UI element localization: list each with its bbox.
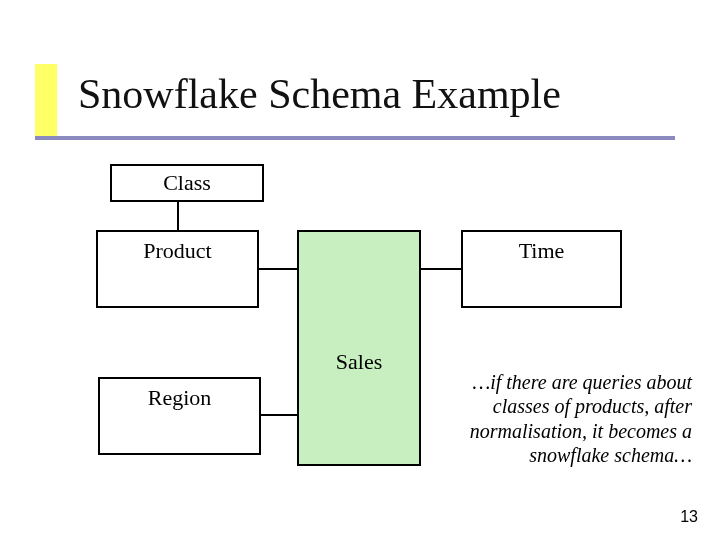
node-sales: Sales [297, 230, 421, 466]
node-time-label: Time [519, 238, 565, 264]
connector-sales-time [421, 268, 461, 270]
node-region: Region [98, 377, 261, 455]
node-class: Class [110, 164, 264, 202]
slide-title: Snowflake Schema Example [78, 70, 561, 118]
title-accent [35, 64, 57, 140]
node-sales-label: Sales [336, 349, 382, 375]
page-number: 13 [680, 508, 698, 526]
connector-product-sales [259, 268, 297, 270]
node-time: Time [461, 230, 622, 308]
annotation-text: …if there are queries about classes of p… [430, 370, 692, 468]
title-underline [35, 136, 675, 140]
slide: Snowflake Schema Example Class Product T… [0, 0, 720, 540]
connector-region-sales [261, 414, 297, 416]
node-region-label: Region [148, 385, 212, 411]
node-product-label: Product [143, 238, 211, 264]
node-product: Product [96, 230, 259, 308]
node-class-label: Class [163, 170, 211, 196]
connector-class-product [177, 202, 179, 230]
